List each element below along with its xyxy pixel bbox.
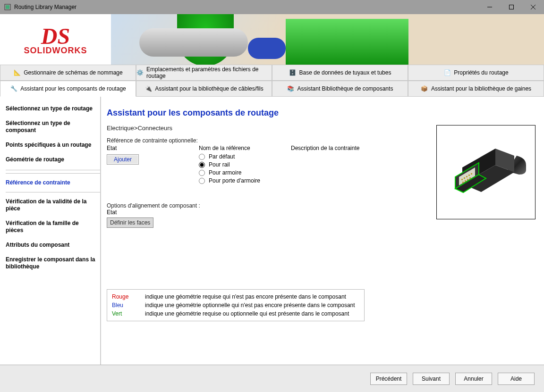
- define-faces-button[interactable]: Définir les faces: [107, 217, 153, 228]
- step-component-type[interactable]: Sélectionnez un type de composant: [6, 116, 100, 138]
- tab-label: Assistant pour la bibliothèque de câbles…: [155, 85, 263, 92]
- window-title: Routing Library Manager: [14, 4, 479, 10]
- connector-icon: [443, 139, 528, 205]
- component-preview: [436, 125, 536, 219]
- tab-label: Assistant Bibliothèque de composants: [298, 85, 393, 92]
- radio-label: Par défaut: [209, 153, 235, 160]
- tab-cable-library-wizard[interactable]: 🔌 Assistant pour la bibliothèque de câbl…: [136, 81, 272, 97]
- tab-label: Base de données de tuyaux et tubes: [299, 69, 391, 76]
- svg-rect-1: [6, 5, 9, 9]
- step-save-to-library[interactable]: Enregistrer le composant dans la bibliot…: [6, 252, 100, 274]
- wizard-icon: 🔧: [10, 85, 17, 92]
- tabs-row-2: 🔧 Assistant pour les composants de routa…: [0, 81, 544, 97]
- legend-text: indique une géométrie optionnelle qui n'…: [145, 302, 355, 309]
- svg-rect-3: [510, 5, 514, 9]
- footer-bar: Précédent Suivant Annuler Aide: [0, 365, 544, 392]
- legend-text: indique une géométrie requise qui n'est …: [145, 293, 346, 300]
- svg-rect-19: [467, 179, 468, 180]
- ds-logo-icon: DS: [41, 27, 70, 46]
- cable-icon: 🔌: [144, 85, 152, 92]
- svg-rect-15: [468, 175, 470, 176]
- step-routing-type[interactable]: Sélectionnez un type de routage: [6, 101, 100, 116]
- radio-rail[interactable]: Pour rail: [199, 161, 281, 168]
- radio-label: Pour porte d'armoire: [209, 177, 260, 184]
- header-area: DS SOLIDWORKS: [0, 14, 544, 65]
- maximize-button[interactable]: [501, 0, 522, 14]
- tab-label: Assistant pour les composants de routage: [20, 85, 126, 92]
- tab-pipe-db[interactable]: 🗄️ Base de données de tuyaux et tubes: [272, 65, 408, 81]
- legend-row-red: Rouge indique une géométrie requise qui …: [112, 292, 359, 301]
- database-icon: 🗄️: [289, 69, 297, 76]
- etat-header: Etat: [107, 145, 189, 151]
- legend-color-blue: Bleu: [112, 302, 138, 309]
- legend-text: indique une géométrie requise ou optionn…: [145, 310, 349, 317]
- close-button[interactable]: [522, 0, 544, 14]
- legend-row-green: Vert indique une géométrie requise ou op…: [112, 309, 359, 318]
- legend-color-green: Vert: [112, 310, 138, 317]
- radio-cabinet-door[interactable]: Pour porte d'armoire: [199, 177, 281, 184]
- logo-box: DS SOLIDWORKS: [0, 14, 111, 65]
- legend-box: Rouge indique une géométrie requise qui …: [107, 289, 365, 321]
- gear-icon: ⚙️: [136, 69, 144, 76]
- legend-color-red: Rouge: [112, 293, 138, 300]
- tab-routing-props[interactable]: 📄 Propriétés du routage: [408, 65, 544, 81]
- radio-label: Pour rail: [209, 161, 230, 168]
- step-routing-points[interactable]: Points spécifiques à un routage: [6, 138, 100, 152]
- reference-name-header: Nom de la référence: [199, 145, 281, 151]
- radio-default[interactable]: Par défaut: [199, 153, 281, 160]
- step-family-check[interactable]: Vérification de la famille de pièces: [6, 216, 100, 238]
- previous-button[interactable]: Précédent: [370, 373, 407, 385]
- tab-component-library-wizard[interactable]: 📚 Assistant Bibliothèque de composants: [272, 81, 408, 97]
- tab-label: Emplacements et paramètres des fichiers …: [146, 66, 272, 79]
- radio-label: Pour armoire: [209, 169, 241, 176]
- add-button[interactable]: Ajouter: [107, 154, 139, 165]
- title-bar: Routing Library Manager: [0, 0, 544, 14]
- svg-rect-12: [461, 179, 463, 180]
- svg-rect-20: [469, 177, 471, 179]
- svg-rect-13: [464, 177, 465, 179]
- step-part-validity[interactable]: Vérification de la validité de la pièce: [6, 192, 100, 216]
- library-icon: 📚: [287, 85, 295, 92]
- page-title: Assistant pour les composants de routage: [107, 108, 536, 118]
- svg-rect-17: [462, 182, 464, 183]
- window-controls: [479, 0, 544, 14]
- tab-naming-schemes[interactable]: 📐 Gestionnaire de schémas de nommage: [0, 65, 136, 81]
- radio-cabinet[interactable]: Pour armoire: [199, 169, 281, 176]
- document-icon: 📄: [443, 69, 451, 76]
- cancel-button[interactable]: Annuler: [455, 373, 492, 385]
- main-panel: Assistant pour les composants de routage…: [101, 97, 544, 365]
- minimize-button[interactable]: [479, 0, 501, 14]
- next-button[interactable]: Suivant: [413, 373, 450, 385]
- step-component-attributes[interactable]: Attributs du composant: [6, 238, 100, 252]
- help-button[interactable]: Aide: [498, 373, 535, 385]
- tab-label: Propriétés du routage: [454, 69, 508, 76]
- content-area: Sélectionnez un type de routage Sélectio…: [0, 97, 544, 365]
- banner-image: [111, 14, 544, 65]
- svg-rect-14: [466, 176, 468, 177]
- tab-label: Assistant pour la bibliothèque de gaines: [431, 85, 531, 92]
- tab-routing-component-wizard[interactable]: 🔧 Assistant pour les composants de routa…: [0, 81, 136, 97]
- legend-row-blue: Bleu indique une géométrie optionnelle q…: [112, 301, 359, 309]
- step-constraint-reference[interactable]: Référence de contrainte: [6, 173, 100, 192]
- constraint-description-header: Description de la contrainte: [291, 145, 359, 185]
- tabs-row-1: 📐 Gestionnaire de schémas de nommage ⚙️ …: [0, 65, 544, 81]
- step-routing-geometry[interactable]: Géométrie de routage: [6, 152, 100, 170]
- tab-duct-library-wizard[interactable]: 📦 Assistant pour la bibliothèque de gain…: [408, 81, 544, 97]
- wizard-icon: 📐: [13, 69, 21, 76]
- app-icon: [4, 3, 11, 11]
- svg-rect-18: [465, 180, 466, 182]
- tab-file-locations[interactable]: ⚙️ Emplacements et paramètres des fichie…: [136, 65, 272, 81]
- solidworks-logo-text: SOLIDWORKS: [24, 46, 87, 56]
- tab-label: Gestionnaire de schémas de nommage: [24, 69, 122, 76]
- duct-icon: 📦: [421, 85, 428, 92]
- svg-rect-16: [471, 173, 472, 175]
- wizard-steps-sidebar: Sélectionnez un type de routage Sélectio…: [0, 97, 101, 365]
